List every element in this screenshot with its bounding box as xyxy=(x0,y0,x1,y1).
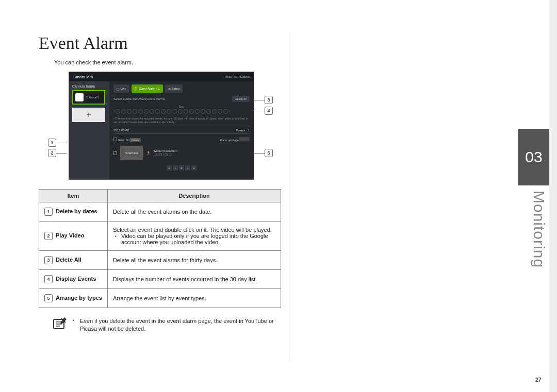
day-circle-row: ‹ › xyxy=(113,109,250,114)
app-titlebar: SmartCam Hello test | Logout xyxy=(69,72,254,81)
table-row: 4Display Events Displays the number of e… xyxy=(39,270,281,289)
event-time: 16:03 / 05.08 xyxy=(154,153,177,157)
table-row: 3Delete All Delete all the event alarms … xyxy=(39,251,281,270)
sidebar: Camera home 01 Home01 + xyxy=(69,81,109,179)
callout-number: 1 xyxy=(48,139,56,147)
motion-icon: 🏃 xyxy=(146,151,151,156)
main-panel: ▢Live ⏱Event Alarm : 1 ⚙Setup Select a d… xyxy=(109,81,254,179)
note-text: Even if you delete the event in the even… xyxy=(73,317,281,333)
table-row: 5Arrange by types Arrange the event list… xyxy=(39,289,281,308)
right-edge-bar xyxy=(549,0,557,392)
add-camera-tile: + xyxy=(72,108,105,122)
note-icon xyxy=(52,317,68,333)
section-number-tab: 03 xyxy=(518,129,549,185)
page-number: 27 xyxy=(535,377,542,383)
page-title: Event Alarm xyxy=(39,33,281,53)
day-label: Day xyxy=(113,105,250,108)
section-label: Monitoring xyxy=(530,191,548,268)
callout-5: 5 xyxy=(254,149,273,157)
date-label: 2013.05.08 xyxy=(113,129,129,132)
panel-subtitle: Select a date and check event alarms. xyxy=(113,97,166,100)
pagination: «‹1›» xyxy=(113,165,250,171)
events-count: Events : 1 xyxy=(236,129,250,132)
screenshot-with-callouts: 1 2 3 4 5 SmartCam xyxy=(48,72,281,180)
callout-2: 2 xyxy=(48,149,67,157)
event-card: SmartCam 🏃 Motion Detection 16:03 / 05.0… xyxy=(113,146,250,160)
intro-text: You can check the event alarm. xyxy=(54,59,281,65)
column-divider xyxy=(289,32,289,362)
app-screenshot: SmartCam Hello test | Logout Camera home… xyxy=(69,72,254,180)
panel-notes: • This event list shows the recorded eve… xyxy=(113,117,250,124)
tab-event-alarm: ⏱Event Alarm : 1 xyxy=(132,84,163,93)
app-brand: SmartCam xyxy=(73,75,93,79)
manual-page: 03 Monitoring 27 Event Alarm You can che… xyxy=(0,0,557,392)
callout-1: 1 xyxy=(48,139,67,147)
callout-number: 4 xyxy=(265,107,273,115)
tab-setup: ⚙Setup xyxy=(165,84,183,93)
th-item: Item xyxy=(39,190,108,202)
callout-4: 4 xyxy=(254,107,273,115)
left-column: Event Alarm You can check the event alar… xyxy=(39,33,281,333)
event-title: Motion Detection xyxy=(154,149,177,153)
table-row: 2Play Video Select an event and double c… xyxy=(39,221,281,251)
callout-3: 3 xyxy=(254,96,273,104)
per-page-label: Events per Page xyxy=(220,139,239,142)
items-table: Item Description 1Delete by dates Delete… xyxy=(39,189,281,308)
event-thumbnail: SmartCam xyxy=(120,146,143,160)
tab-live: ▢Live xyxy=(113,84,129,93)
callout-number: 3 xyxy=(265,96,273,104)
th-description: Description xyxy=(107,190,281,202)
app-header-links: Hello test | Logout xyxy=(225,75,250,78)
delete-button: Delete xyxy=(129,138,141,142)
delete-all-button: Delete All xyxy=(232,96,250,102)
note-block: Even if you delete the event in the even… xyxy=(52,317,281,333)
callout-number: 2 xyxy=(48,149,56,157)
sidebar-title: Camera home xyxy=(72,84,106,88)
callout-number: 5 xyxy=(265,149,273,157)
table-row: 1Delete by dates Delete all the event al… xyxy=(39,202,281,221)
camera-thumb: 01 Home01 xyxy=(72,90,105,105)
select-all-label: Select All xyxy=(118,139,129,142)
